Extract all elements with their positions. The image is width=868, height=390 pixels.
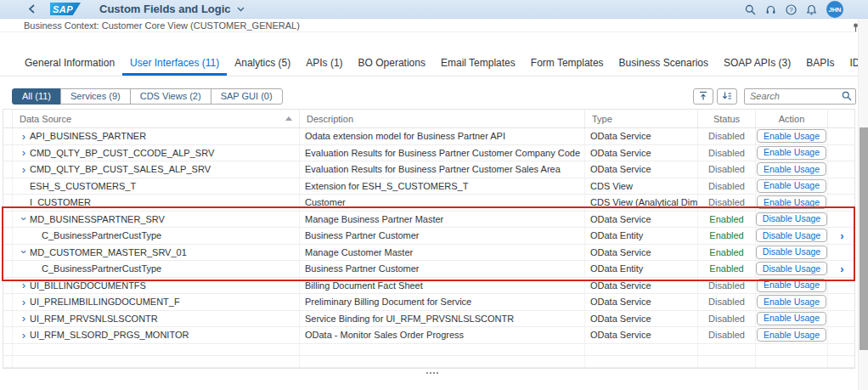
action-cell: Enable Usage bbox=[756, 195, 828, 211]
notifications-button[interactable] bbox=[806, 4, 817, 15]
type-cell: OData Service bbox=[585, 212, 698, 228]
expander-icon[interactable] bbox=[18, 147, 30, 158]
data-source-text: I_CUSTOMER bbox=[30, 197, 91, 207]
scrollbar-thumb[interactable] bbox=[860, 127, 868, 350]
status-cell bbox=[698, 344, 756, 355]
usage-toggle-button[interactable]: Disable Usage bbox=[756, 262, 827, 275]
nav-cell bbox=[828, 195, 856, 211]
usage-toggle-button[interactable]: Enable Usage bbox=[757, 195, 826, 209]
tab-label: Analytics (5) bbox=[234, 57, 290, 69]
tab[interactable]: Business Scenarios bbox=[612, 50, 716, 76]
row-gutter bbox=[3, 245, 13, 261]
usage-toggle-button[interactable]: Enable Usage bbox=[757, 328, 826, 342]
tab[interactable]: BO Operations bbox=[351, 50, 433, 76]
back-button[interactable] bbox=[27, 3, 37, 14]
filter-segment[interactable]: SAP GUI (0) bbox=[211, 88, 283, 105]
column-header-data-source[interactable]: Data Source bbox=[13, 110, 300, 127]
data-source-cell bbox=[13, 344, 300, 355]
table-row[interactable]: CMD_QLTY_BP_CUST_SALES_ALP_SRV Evaluatio… bbox=[3, 161, 854, 178]
search-icon[interactable] bbox=[842, 91, 852, 101]
row-gutter bbox=[3, 128, 13, 144]
expander-icon[interactable] bbox=[18, 280, 30, 291]
table-row[interactable]: UI_PRELIMBILLINGDOCUMENT_F Preliminary B… bbox=[3, 294, 854, 311]
shell-search-button[interactable] bbox=[745, 4, 756, 15]
usage-toggle-button[interactable]: Enable Usage bbox=[757, 312, 826, 325]
expand-all-button[interactable] bbox=[717, 88, 737, 105]
expander-icon[interactable] bbox=[18, 246, 30, 257]
action-cell: Enable Usage bbox=[756, 294, 828, 310]
filter-segment[interactable]: Services (9) bbox=[60, 88, 131, 105]
tab[interactable]: BAPIs bbox=[798, 50, 842, 76]
type-cell: OData Service bbox=[585, 278, 698, 294]
tab[interactable]: SOAP APIs (3) bbox=[716, 50, 798, 76]
user-avatar[interactable]: JHN bbox=[826, 1, 843, 18]
table-row[interactable]: CMD_QLTY_BP_CUST_CCODE_ALP_SRV Evaluatio… bbox=[3, 145, 854, 162]
column-header-description[interactable]: Description bbox=[300, 110, 585, 127]
tab[interactable]: General Information bbox=[17, 50, 122, 76]
table-row[interactable]: C_BusinessPartnerCustType Business Partn… bbox=[3, 261, 854, 278]
row-gutter bbox=[3, 311, 13, 327]
description-cell: OData - Monitor Sales Order Progress bbox=[300, 327, 585, 343]
table-row[interactable]: UI_RFM_SLSORD_PRGS_MONITOR OData - Monit… bbox=[3, 327, 854, 344]
row-nav-chevron[interactable] bbox=[840, 229, 843, 242]
usage-toggle-button[interactable]: Enable Usage bbox=[757, 279, 826, 292]
column-header-type[interactable]: Type bbox=[585, 110, 698, 127]
search-box bbox=[744, 88, 856, 105]
expand-all-icon bbox=[722, 91, 732, 101]
table-row[interactable]: API_BUSINESS_PARTNER Odata extension mod… bbox=[3, 128, 854, 145]
table-row[interactable]: UI_RFM_PRVSNLSLSCONTR Service Binding fo… bbox=[3, 311, 854, 328]
data-source-text: UI_RFM_SLSORD_PRGS_MONITOR bbox=[30, 330, 189, 340]
table-grow-grip[interactable] bbox=[425, 370, 439, 374]
scrollbar[interactable] bbox=[858, 19, 868, 390]
shell-header: SAP Custom Fields and Logic ? JHN bbox=[0, 0, 868, 19]
expander-icon[interactable] bbox=[18, 131, 30, 142]
filter-segment[interactable]: CDS Views (2) bbox=[130, 88, 211, 105]
expander-icon[interactable] bbox=[18, 313, 30, 324]
usage-toggle-button[interactable]: Enable Usage bbox=[757, 146, 826, 160]
expander-icon[interactable] bbox=[18, 164, 30, 175]
nav-cell bbox=[828, 261, 856, 277]
description-cell: Odata extension model for Business Partn… bbox=[300, 128, 585, 144]
sap-logo[interactable]: SAP bbox=[50, 3, 81, 15]
tab[interactable]: User Interfaces (11) bbox=[122, 50, 227, 76]
expander-icon[interactable] bbox=[18, 330, 30, 341]
action-cell: Enable Usage bbox=[756, 278, 828, 294]
usage-toggle-button[interactable]: Disable Usage bbox=[756, 212, 827, 226]
usage-toggle-button[interactable]: Disable Usage bbox=[756, 229, 827, 242]
expander-icon[interactable] bbox=[18, 297, 30, 308]
table-row[interactable]: C_BusinessPartnerCustType Business Partn… bbox=[3, 228, 854, 245]
column-header-action[interactable]: Action bbox=[756, 110, 828, 127]
collapse-all-button[interactable] bbox=[693, 88, 713, 105]
usage-toggle-button[interactable]: Enable Usage bbox=[757, 129, 826, 143]
tab[interactable]: APIs (1) bbox=[298, 50, 350, 76]
filter-segment[interactable]: All (11) bbox=[12, 88, 61, 105]
business-context-text: Business Context: Customer Core View (CU… bbox=[24, 20, 300, 31]
help-button[interactable]: ? bbox=[786, 4, 797, 15]
expander-icon[interactable] bbox=[18, 213, 30, 224]
page-title: Custom Fields and Logic bbox=[99, 3, 231, 15]
tab[interactable]: Analytics (5) bbox=[227, 50, 298, 76]
usage-toggle-button[interactable]: Disable Usage bbox=[756, 246, 827, 259]
app-title-menu[interactable]: Custom Fields and Logic bbox=[99, 3, 245, 15]
table-row[interactable] bbox=[3, 356, 854, 368]
usage-toggle-button[interactable]: Enable Usage bbox=[757, 162, 826, 176]
tab[interactable]: Form Templates bbox=[523, 50, 612, 76]
data-source-cell: MD_CUSTOMER_MASTER_SRV_01 bbox=[13, 245, 300, 261]
support-button[interactable] bbox=[765, 4, 776, 15]
description-cell: Extension for ESH_S_CUSTOMERS_T bbox=[300, 178, 585, 195]
table-row[interactable] bbox=[3, 344, 854, 356]
column-header-status[interactable]: Status bbox=[698, 110, 756, 127]
nav-cell bbox=[828, 145, 856, 161]
usage-toggle-button[interactable]: Enable Usage bbox=[757, 295, 826, 308]
table-row[interactable]: MD_CUSTOMER_MASTER_SRV_01 Manage Custome… bbox=[3, 245, 854, 262]
tab[interactable]: Email Templates bbox=[433, 50, 523, 76]
usage-toggle-button[interactable]: Enable Usage bbox=[757, 179, 826, 193]
action-cell: Disable Usage bbox=[756, 261, 828, 277]
table-row[interactable]: ESH_S_CUSTOMERS_T Extension for ESH_S_CU… bbox=[3, 178, 854, 195]
table-row[interactable]: MD_BUSINESSPARTNER_SRV Manage Business P… bbox=[3, 212, 854, 229]
table-row[interactable]: UI_BILLINGDOCUMENTFS Billing Document Fa… bbox=[3, 278, 854, 295]
description-cell: Preliminary Billing Document for Service bbox=[300, 294, 585, 310]
table-row[interactable]: I_CUSTOMER Customer CDS View (Analytical… bbox=[3, 195, 854, 212]
row-nav-chevron[interactable] bbox=[840, 263, 843, 275]
table-search-input[interactable] bbox=[744, 88, 856, 105]
